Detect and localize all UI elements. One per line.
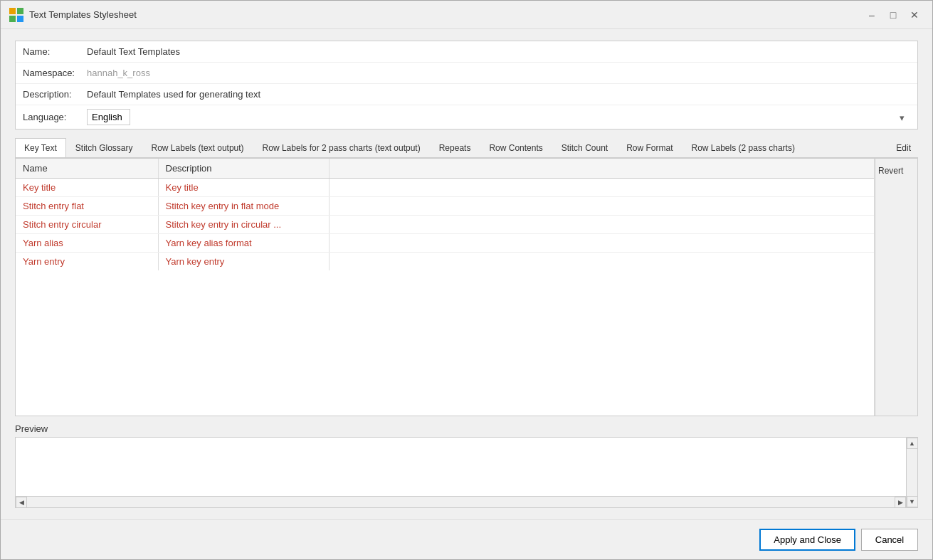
table-cell-extra bbox=[329, 234, 874, 253]
table-cell-description: Key title bbox=[158, 179, 329, 197]
svg-rect-1 bbox=[17, 8, 23, 14]
preview-scrollbar-horizontal[interactable]: ◀ ▶ bbox=[16, 496, 906, 507]
tab-repeats[interactable]: Repeats bbox=[430, 138, 480, 157]
cancel-button[interactable]: Cancel bbox=[861, 529, 918, 551]
tab-table-area: Name Description Key titleKey titleStitc… bbox=[16, 159, 875, 416]
table-cell-extra bbox=[329, 179, 874, 197]
namespace-label: Namespace: bbox=[23, 68, 87, 78]
revert-area: Revert bbox=[875, 159, 917, 416]
col-name-header: Name bbox=[16, 159, 158, 179]
table-cell-name: Key title bbox=[16, 179, 158, 197]
title-bar-left: Text Templates Stylesheet bbox=[9, 8, 137, 22]
namespace-value: hannah_k_ross bbox=[87, 68, 910, 78]
svg-rect-3 bbox=[17, 16, 23, 22]
table-row[interactable]: Stitch entry circularStitch key entry in… bbox=[16, 216, 874, 234]
name-value: Default Text Templates bbox=[87, 46, 910, 57]
tabs-bar: Key Text Stitch Glossary Row Labels (tex… bbox=[15, 138, 918, 158]
svg-rect-0 bbox=[9, 8, 16, 14]
table-row[interactable]: Key titleKey title bbox=[16, 179, 874, 197]
table-cell-extra bbox=[329, 216, 874, 234]
description-row: Description: Default Templates used for … bbox=[16, 84, 917, 105]
scroll-up-arrow[interactable]: ▲ bbox=[907, 438, 918, 449]
close-button[interactable]: ✕ bbox=[905, 7, 924, 23]
app-icon bbox=[9, 8, 23, 22]
footer: Apply and Close Cancel bbox=[1, 519, 932, 559]
tab-stitch-count[interactable]: Stitch Count bbox=[552, 138, 617, 157]
table-row[interactable]: Yarn aliasYarn key alias format bbox=[16, 234, 874, 253]
table-cell-extra bbox=[329, 197, 874, 216]
language-wrapper: EnglishFrenchGermanSpanish bbox=[87, 109, 910, 125]
tabs-section: Key Text Stitch Glossary Row Labels (tex… bbox=[15, 138, 918, 416]
title-bar: Text Templates Stylesheet – □ ✕ bbox=[1, 1, 932, 29]
revert-button[interactable]: Revert bbox=[878, 164, 903, 177]
language-label: Language: bbox=[23, 112, 87, 122]
preview-box: ▲ ▼ ◀ ▶ bbox=[15, 437, 918, 508]
scroll-track-h bbox=[27, 497, 895, 507]
table-row[interactable]: Stitch entry flatStitch key entry in fla… bbox=[16, 197, 874, 216]
maximize-button[interactable]: □ bbox=[884, 7, 902, 23]
preview-scrollbar-vertical[interactable]: ▲ ▼ bbox=[906, 438, 917, 507]
scroll-right-arrow[interactable]: ▶ bbox=[895, 497, 906, 508]
table-cell-name: Yarn alias bbox=[16, 234, 158, 253]
scroll-left-arrow[interactable]: ◀ bbox=[16, 497, 27, 508]
preview-section: Preview ▲ ▼ ◀ ▶ bbox=[15, 423, 918, 508]
name-label: Name: bbox=[23, 46, 87, 57]
scroll-track-v bbox=[907, 449, 917, 496]
window-title: Text Templates Stylesheet bbox=[29, 9, 137, 20]
table-row[interactable]: Yarn entryYarn key entry bbox=[16, 253, 874, 271]
svg-rect-2 bbox=[9, 16, 16, 22]
language-row: Language: EnglishFrenchGermanSpanish bbox=[16, 105, 917, 129]
table-cell-description: Yarn key entry bbox=[158, 253, 329, 271]
minimize-button[interactable]: – bbox=[863, 7, 881, 23]
apply-close-button[interactable]: Apply and Close bbox=[759, 529, 855, 551]
language-select[interactable]: EnglishFrenchGermanSpanish bbox=[87, 109, 130, 125]
table-cell-name: Stitch entry flat bbox=[16, 197, 158, 216]
tab-key-text[interactable]: Key Text bbox=[15, 138, 66, 158]
tab-row-labels-text[interactable]: Row Labels (text output) bbox=[142, 138, 253, 157]
tab-row-labels-2pass-charts[interactable]: Row Labels (2 pass charts) bbox=[682, 138, 804, 157]
preview-label: Preview bbox=[15, 423, 918, 434]
col-extra-header bbox=[329, 159, 874, 179]
description-label: Description: bbox=[23, 89, 87, 100]
tab-row-contents[interactable]: Row Contents bbox=[480, 138, 552, 157]
content-area: Name: Default Text Templates Namespace: … bbox=[1, 29, 932, 519]
table-cell-description: Stitch key entry in circular ... bbox=[158, 216, 329, 234]
table-cell-name: Yarn entry bbox=[16, 253, 158, 271]
col-description-header: Description bbox=[158, 159, 329, 179]
namespace-row: Namespace: hannah_k_ross bbox=[16, 63, 917, 84]
scroll-down-arrow[interactable]: ▼ bbox=[907, 496, 918, 507]
table-cell-description: Stitch key entry in flat mode bbox=[158, 197, 329, 216]
table-cell-name: Stitch entry circular bbox=[16, 216, 158, 234]
tab-stitch-glossary[interactable]: Stitch Glossary bbox=[66, 138, 142, 157]
table-cell-extra bbox=[329, 253, 874, 271]
form-section: Name: Default Text Templates Namespace: … bbox=[15, 41, 918, 130]
table-cell-description: Yarn key alias format bbox=[158, 234, 329, 253]
tab-row-format[interactable]: Row Format bbox=[617, 138, 682, 157]
tab-content: Name Description Key titleKey titleStitc… bbox=[15, 158, 918, 416]
description-value: Default Templates used for generating te… bbox=[87, 89, 910, 100]
data-table: Name Description Key titleKey titleStitc… bbox=[16, 159, 874, 270]
main-window: Text Templates Stylesheet – □ ✕ Name: De… bbox=[0, 0, 933, 560]
name-row: Name: Default Text Templates bbox=[16, 41, 917, 63]
title-bar-controls: – □ ✕ bbox=[863, 7, 924, 23]
tab-row-labels-2pass[interactable]: Row Labels for 2 pass charts (text outpu… bbox=[253, 138, 430, 157]
tab-content-inner: Name Description Key titleKey titleStitc… bbox=[16, 159, 917, 416]
edit-button[interactable]: Edit bbox=[889, 140, 918, 156]
